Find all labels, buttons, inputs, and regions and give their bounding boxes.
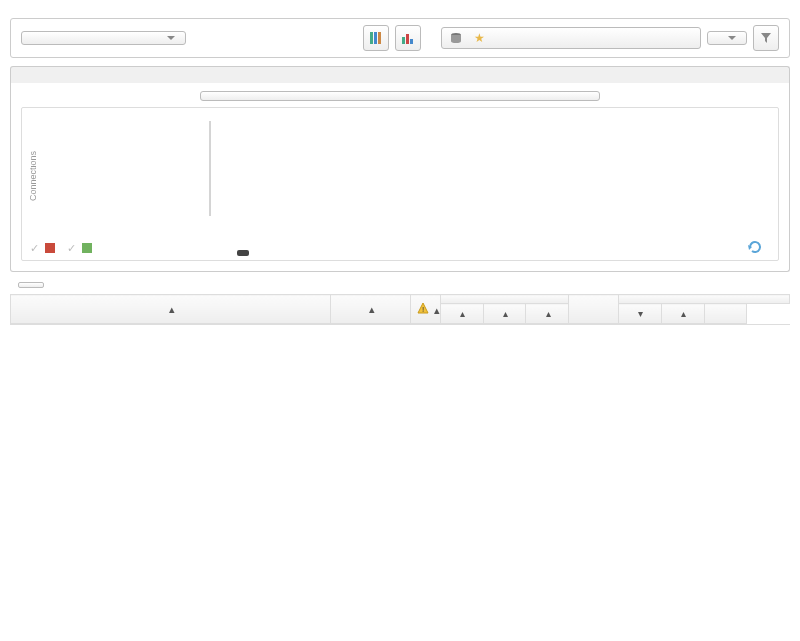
svg-text:!: ! [422, 305, 424, 314]
toolbar: ★ [10, 18, 790, 58]
legend-swatch-running [82, 243, 92, 253]
db-icon [450, 32, 462, 44]
chart-svg[interactable]: Connections [30, 116, 770, 236]
check-icon: ✓ [30, 242, 39, 255]
th-total[interactable]: ▾ [619, 304, 662, 324]
svg-point-8 [451, 39, 461, 43]
statements-dropdown[interactable]: ★ [441, 27, 701, 49]
th-query[interactable]: ▴ [11, 295, 331, 324]
page-title [0, 0, 800, 18]
svg-rect-0 [370, 32, 373, 44]
chart-tooltip [237, 250, 249, 256]
graph-section-header [10, 66, 790, 83]
chart: Connections ✓ ✓ [21, 107, 779, 261]
check-icon: ✓ [67, 242, 76, 255]
th-err[interactable]: ▴ [483, 304, 526, 324]
chart-legend: ✓ ✓ [30, 240, 770, 256]
star-icon: ★ [474, 31, 485, 45]
svg-rect-4 [406, 34, 409, 44]
query-table: ▴ ▴ ! ▴ ▴ ▴ ▴ ▾ ▴ [10, 294, 790, 324]
filter-button[interactable] [753, 25, 779, 51]
th-latency [619, 295, 790, 304]
bars-icon [401, 31, 415, 45]
yaxis-label: Connections [30, 150, 38, 201]
chevron-down-icon [167, 36, 175, 40]
th-qrti[interactable] [569, 295, 619, 324]
column-view-icon[interactable] [363, 25, 389, 51]
svg-rect-2 [378, 32, 381, 44]
legend-swatch-total [45, 243, 55, 253]
th-alert[interactable]: ! ▴ [411, 295, 441, 324]
th-counts [441, 295, 569, 304]
table-footer [10, 324, 790, 341]
th-warn[interactable]: ▴ [526, 304, 569, 324]
graph-section: Connections ✓ ✓ [10, 83, 790, 272]
funnel-icon [760, 32, 772, 44]
th-database[interactable]: ▴ [331, 295, 411, 324]
graph-metric-dropdown[interactable] [200, 91, 600, 101]
page-size-select[interactable] [18, 282, 44, 288]
new-button[interactable] [707, 31, 747, 45]
th-max[interactable]: ▴ [661, 304, 704, 324]
svg-rect-1 [374, 32, 377, 44]
export-dropdown[interactable] [21, 31, 186, 45]
svg-rect-3 [402, 37, 405, 44]
th-exec[interactable]: ▴ [441, 304, 484, 324]
chart-view-icon[interactable] [395, 25, 421, 51]
table-controls [0, 272, 800, 294]
warning-icon: ! [417, 302, 429, 314]
svg-rect-5 [410, 39, 413, 44]
refresh-icon[interactable] [746, 240, 770, 256]
chevron-down-icon [728, 36, 736, 40]
th-avg[interactable] [704, 304, 747, 324]
columns-icon [369, 31, 383, 45]
